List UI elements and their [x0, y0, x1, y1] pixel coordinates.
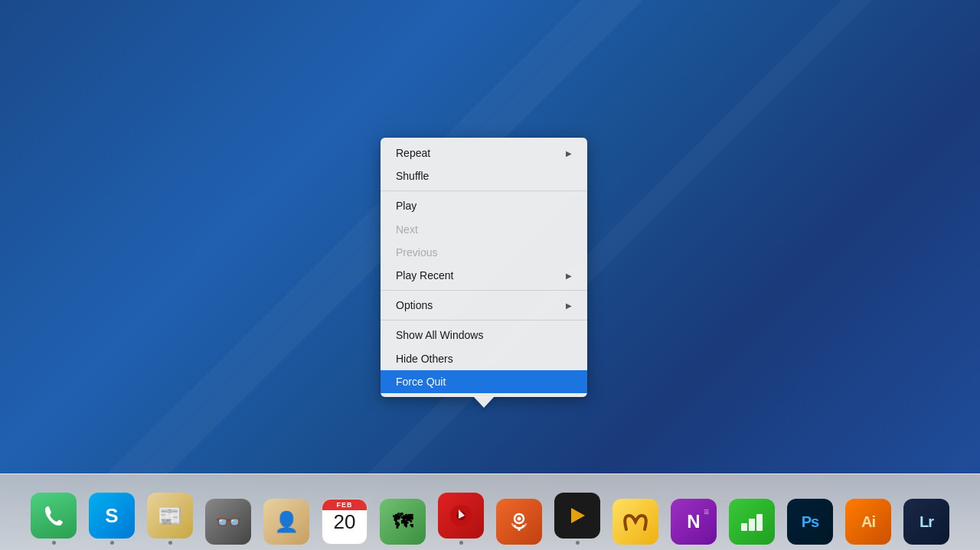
- dock-item-references[interactable]: 👓: [201, 480, 256, 545]
- menu-item-play[interactable]: Play: [381, 194, 587, 217]
- dock-dot-phone: [52, 541, 56, 545]
- dock-item-readkit[interactable]: 📰: [142, 480, 198, 545]
- dock: S 📰 👓 👤 FEB 20: [0, 474, 980, 550]
- separator-1: [381, 190, 587, 191]
- dock-icon-skype: S: [89, 493, 135, 539]
- dock-icon-numbers: [729, 499, 775, 545]
- dock-item-plex[interactable]: [550, 480, 605, 545]
- dock-icon-music: [438, 493, 484, 539]
- dock-item-photoshop[interactable]: Ps: [782, 480, 838, 545]
- menu-item-show-all-windows-label: Show All Windows: [396, 328, 483, 342]
- dock-icon-contacts: 👤: [263, 499, 309, 545]
- dock-icon-plex: [554, 493, 600, 539]
- dock-icon-references: 👓: [205, 499, 251, 545]
- menu-item-next-label: Next: [396, 223, 418, 236]
- separator-2: [381, 290, 587, 291]
- menu-item-play-recent-label: Play Recent: [396, 268, 453, 282]
- dock-item-podcasts[interactable]: [492, 480, 547, 545]
- menu-item-play-recent[interactable]: Play Recent ▶: [381, 264, 587, 287]
- dock-icon-lightroom: Lr: [903, 499, 949, 545]
- svg-rect-8: [749, 519, 755, 531]
- dock-item-skype[interactable]: S: [84, 480, 139, 545]
- dock-item-illustrator[interactable]: Ai: [841, 480, 896, 545]
- context-menu: Repeat ▶ Shuffle Play Next Previous Play…: [381, 138, 587, 397]
- dock-icon-phone: [31, 493, 77, 539]
- svg-point-4: [518, 517, 521, 521]
- menu-item-shuffle[interactable]: Shuffle: [381, 164, 587, 187]
- submenu-arrow-options: ▶: [566, 301, 572, 311]
- dock-item-music[interactable]: [433, 480, 488, 545]
- menu-item-repeat[interactable]: Repeat ▶: [381, 142, 587, 164]
- menu-item-hide-others[interactable]: Hide Others: [381, 347, 587, 370]
- menu-item-next: Next: [381, 218, 587, 241]
- dock-icon-illustrator: Ai: [845, 499, 891, 545]
- submenu-arrow-repeat: ▶: [566, 148, 572, 158]
- menu-item-force-quit[interactable]: Force Quit: [381, 370, 587, 393]
- dock-item-maps[interactable]: 🗺: [375, 480, 430, 545]
- menu-item-repeat-label: Repeat: [396, 146, 430, 160]
- dock-dot-plex: [576, 541, 580, 545]
- dock-item-phone[interactable]: [26, 480, 81, 545]
- menu-item-previous: Previous: [381, 241, 587, 264]
- menu-item-play-label: Play: [396, 199, 416, 213]
- dock-item-calendar[interactable]: FEB 20: [317, 480, 372, 545]
- menu-item-options[interactable]: Options ▶: [381, 294, 587, 317]
- dock-icon-horns: [612, 499, 658, 545]
- dock-dot-skype: [110, 541, 114, 545]
- svg-rect-7: [741, 523, 747, 531]
- submenu-arrow-play-recent: ▶: [566, 271, 572, 281]
- dock-item-numbers[interactable]: [724, 480, 779, 545]
- separator-3: [381, 320, 587, 321]
- desktop: Repeat ▶ Shuffle Play Next Previous Play…: [0, 0, 980, 550]
- menu-item-show-all-windows[interactable]: Show All Windows: [381, 324, 587, 347]
- dock-dot-readkit: [168, 541, 172, 545]
- dock-icon-readkit: 📰: [147, 493, 193, 539]
- dock-item-horns[interactable]: [608, 480, 663, 545]
- menu-item-previous-label: Previous: [396, 246, 437, 259]
- menu-item-hide-others-label: Hide Others: [396, 352, 453, 366]
- dock-icon-maps: 🗺: [380, 499, 426, 545]
- dock-icon-podcasts: [496, 499, 542, 545]
- dock-item-onenote[interactable]: N ≡: [666, 480, 721, 545]
- dock-item-contacts[interactable]: 👤: [259, 480, 314, 545]
- svg-rect-9: [756, 514, 763, 531]
- dock-icon-photoshop: Ps: [787, 499, 833, 545]
- dock-item-lightroom[interactable]: Lr: [899, 480, 954, 545]
- dock-icon-calendar: FEB 20: [322, 499, 368, 545]
- svg-marker-6: [571, 508, 585, 523]
- menu-item-shuffle-label: Shuffle: [396, 169, 429, 183]
- dock-icon-onenote: N ≡: [671, 499, 717, 545]
- dock-dot-music: [459, 541, 463, 545]
- menu-item-force-quit-label: Force Quit: [396, 375, 446, 389]
- menu-item-options-label: Options: [396, 298, 433, 312]
